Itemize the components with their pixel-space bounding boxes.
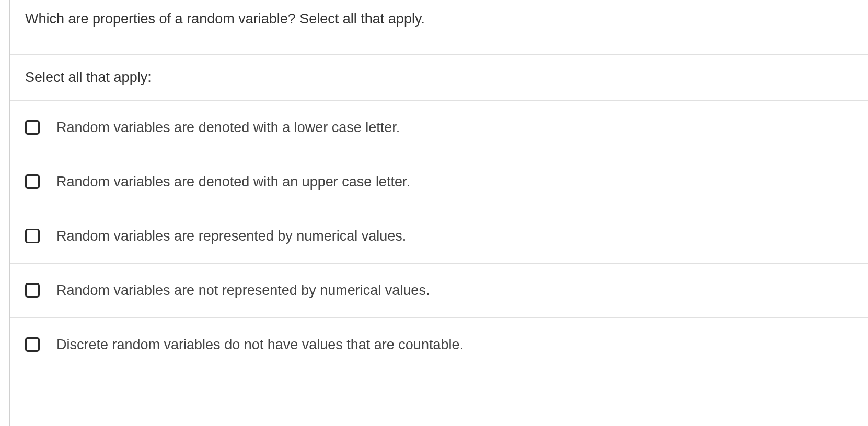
instruction-text: Select all that apply: [25, 69, 853, 86]
question-text: Which are properties of a random variabl… [25, 9, 853, 29]
option-row-2[interactable]: Random variables are represented by nume… [10, 209, 868, 264]
checkbox-0[interactable] [25, 120, 40, 135]
option-text-0: Random variables are denoted with a lowe… [56, 120, 400, 136]
option-text-2: Random variables are represented by nume… [56, 228, 406, 244]
checkbox-1[interactable] [25, 174, 40, 189]
quiz-container: Which are properties of a random variabl… [9, 0, 868, 426]
instruction-row: Select all that apply: [10, 55, 868, 101]
option-row-1[interactable]: Random variables are denoted with an upp… [10, 155, 868, 209]
option-text-3: Random variables are not represented by … [56, 282, 430, 299]
option-row-3[interactable]: Random variables are not represented by … [10, 264, 868, 318]
checkbox-3[interactable] [25, 283, 40, 298]
question-header: Which are properties of a random variabl… [10, 0, 868, 55]
checkbox-2[interactable] [25, 229, 40, 243]
option-row-0[interactable]: Random variables are denoted with a lowe… [10, 101, 868, 155]
checkbox-4[interactable] [25, 337, 40, 352]
option-text-1: Random variables are denoted with an upp… [56, 174, 410, 190]
option-row-4[interactable]: Discrete random variables do not have va… [10, 318, 868, 372]
option-text-4: Discrete random variables do not have va… [56, 337, 464, 353]
